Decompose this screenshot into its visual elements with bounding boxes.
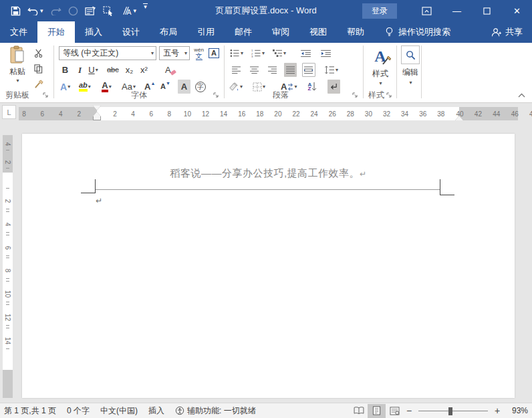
zoom-in-button[interactable]: + bbox=[492, 405, 503, 416]
font-color-dropdown-icon[interactable]: ▾ bbox=[109, 84, 112, 90]
multilevel-dropdown-icon[interactable]: ▾ bbox=[283, 50, 286, 56]
paragraph-dialog-launcher-icon[interactable] bbox=[352, 90, 358, 100]
ruler-strip[interactable]: 8642246810121416182022242628303234363840… bbox=[19, 107, 518, 120]
multilevel-list-button[interactable]: ▾ bbox=[271, 46, 287, 60]
clear-formatting-button[interactable]: A bbox=[164, 63, 178, 77]
tab-review[interactable]: 审阅 bbox=[262, 21, 299, 43]
bold-button[interactable]: B bbox=[59, 63, 72, 77]
hanging-indent-marker[interactable] bbox=[93, 112, 101, 120]
styles-dropdown-icon[interactable]: ▾ bbox=[379, 80, 382, 86]
highlight-color-button[interactable]: ab▾ bbox=[78, 80, 92, 94]
save-icon[interactable] bbox=[11, 3, 21, 18]
find-icon[interactable] bbox=[401, 45, 420, 64]
zoom-slider[interactable] bbox=[418, 404, 488, 418]
borders-dropdown-icon[interactable]: ▾ bbox=[263, 84, 265, 90]
collapse-ribbon-icon[interactable] bbox=[518, 91, 525, 100]
print-layout-button[interactable] bbox=[368, 404, 386, 418]
styles-button[interactable]: A 样式 ▾ bbox=[367, 45, 394, 91]
insert-mode-status[interactable]: 插入 bbox=[143, 405, 170, 417]
highlight-dropdown-icon[interactable]: ▾ bbox=[88, 84, 91, 90]
word-count-status[interactable]: 0 个字 bbox=[61, 405, 95, 417]
line-spacing-button[interactable]: ▾ bbox=[323, 63, 340, 77]
style-format-icon[interactable]: A ▾ bbox=[121, 3, 137, 18]
font-color-button[interactable]: A▾ bbox=[100, 80, 113, 94]
bullets-dropdown-icon[interactable]: ▾ bbox=[241, 50, 243, 56]
shrink-font-button[interactable]: A▼ bbox=[159, 80, 172, 94]
maximize-button[interactable] bbox=[472, 0, 502, 21]
bullets-button[interactable]: ▾ bbox=[229, 46, 245, 60]
shading-dropdown-icon[interactable]: ▾ bbox=[240, 84, 243, 90]
first-line-indent-marker[interactable] bbox=[93, 106, 101, 110]
page-number-status[interactable]: 第 1 页,共 1 页 bbox=[0, 405, 61, 417]
distribute-text-button[interactable] bbox=[302, 63, 315, 77]
italic-button[interactable]: I bbox=[74, 63, 86, 77]
numbering-button[interactable]: 123▾ bbox=[250, 46, 266, 60]
zoom-out-button[interactable]: − bbox=[404, 405, 414, 416]
align-left-button[interactable] bbox=[230, 63, 243, 77]
form-properties-icon[interactable] bbox=[85, 3, 96, 18]
font-dialog-launcher-icon[interactable] bbox=[213, 90, 219, 100]
tab-design[interactable]: 设计 bbox=[112, 21, 150, 43]
tab-home[interactable]: 开始 bbox=[37, 21, 75, 43]
borders-button[interactable]: ▾ bbox=[251, 80, 267, 94]
strikethrough-button[interactable]: abc bbox=[106, 63, 120, 77]
tab-stop-selector[interactable]: L bbox=[2, 105, 16, 119]
share-button[interactable]: 共享 bbox=[491, 21, 523, 43]
tab-file[interactable]: 文件 bbox=[0, 21, 37, 43]
zoom-slider-handle[interactable] bbox=[448, 407, 452, 415]
zoom-percentage[interactable]: 93% bbox=[503, 406, 528, 415]
minimize-button[interactable]: — bbox=[442, 0, 472, 21]
tab-references[interactable]: 引用 bbox=[187, 21, 225, 43]
shading-button[interactable]: ▾ bbox=[227, 80, 244, 94]
text-effects-button[interactable]: A▾ bbox=[59, 80, 72, 94]
tab-insert[interactable]: 插入 bbox=[75, 21, 112, 43]
align-right-button[interactable] bbox=[266, 63, 279, 77]
vertical-ruler[interactable]: 422468101214 bbox=[3, 135, 13, 398]
sort-button[interactable]: AZ bbox=[306, 80, 319, 94]
format-painter-button[interactable] bbox=[32, 77, 45, 91]
editing-button[interactable]: 编辑 ▾ bbox=[400, 45, 421, 86]
close-button[interactable]: ✕ bbox=[502, 0, 532, 21]
tab-help[interactable]: 帮助 bbox=[337, 21, 374, 43]
text-effects-dropdown-icon[interactable]: ▾ bbox=[68, 84, 70, 90]
tell-me-search[interactable]: 操作说明搜索 bbox=[378, 21, 457, 43]
character-shading-button[interactable]: A bbox=[178, 80, 190, 94]
clipboard-dialog-launcher-icon[interactable] bbox=[43, 90, 48, 100]
editing-dropdown-icon[interactable]: ▾ bbox=[409, 80, 412, 86]
customize-qat-icon[interactable]: ▾ bbox=[143, 3, 148, 18]
tab-layout[interactable]: 布局 bbox=[150, 21, 187, 43]
justify-button[interactable] bbox=[284, 63, 297, 77]
show-hide-marks-button[interactable] bbox=[327, 80, 340, 94]
document-page[interactable]: 稻客说——分享办公技巧,提高工作效率。↵ ↵ bbox=[22, 134, 515, 398]
align-center-button[interactable] bbox=[248, 63, 261, 77]
font-name-dropdown-icon[interactable]: ▾ bbox=[151, 50, 154, 56]
asian-layout-dropdown-icon[interactable]: ▾ bbox=[294, 84, 297, 90]
enclose-characters-button[interactable]: 字 bbox=[194, 80, 207, 94]
language-status[interactable]: 中文(中国) bbox=[95, 405, 143, 417]
underline-dropdown-icon[interactable]: ▾ bbox=[96, 67, 98, 73]
superscript-button[interactable]: x² bbox=[138, 63, 150, 77]
document-canvas[interactable]: 422468101214 稻客说——分享办公技巧,提高工作效率。↵ ↵ bbox=[0, 122, 532, 403]
right-indent-marker[interactable] bbox=[455, 116, 463, 120]
paste-dropdown-icon[interactable]: ▾ bbox=[16, 78, 19, 84]
undo-button[interactable]: ▾ bbox=[27, 3, 43, 18]
web-layout-button[interactable] bbox=[386, 404, 404, 418]
change-case-dropdown-icon[interactable]: ▾ bbox=[133, 84, 136, 90]
tab-view[interactable]: 视图 bbox=[299, 21, 337, 43]
font-name-combo[interactable]: 等线 (中文正文)▾ bbox=[59, 46, 156, 60]
paste-button[interactable]: 粘贴 ▾ bbox=[5, 45, 29, 91]
undo-dropdown-icon[interactable]: ▾ bbox=[40, 7, 43, 14]
numbering-dropdown-icon[interactable]: ▾ bbox=[262, 50, 265, 56]
styles-dialog-launcher-icon[interactable] bbox=[386, 90, 392, 100]
font-size-dropdown-icon[interactable]: ▾ bbox=[184, 50, 187, 56]
character-border-button[interactable]: A bbox=[207, 46, 221, 60]
font-size-combo[interactable]: 五号▾ bbox=[159, 46, 190, 60]
tab-mailings[interactable]: 邮件 bbox=[225, 21, 262, 43]
line-spacing-dropdown-icon[interactable]: ▾ bbox=[336, 67, 338, 73]
style-dropdown-icon[interactable]: ▾ bbox=[134, 7, 137, 14]
read-mode-button[interactable] bbox=[350, 404, 368, 418]
increase-indent-button[interactable] bbox=[319, 46, 333, 60]
accessibility-status[interactable]: 辅助功能: 一切就绪 bbox=[170, 405, 261, 417]
login-button[interactable]: 登录 bbox=[362, 3, 397, 19]
select-object-icon[interactable] bbox=[103, 3, 114, 18]
